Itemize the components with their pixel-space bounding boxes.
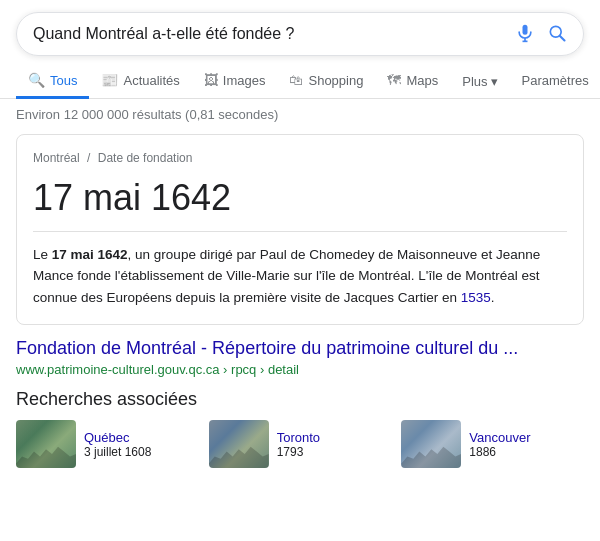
tab-maps[interactable]: 🗺 Maps bbox=[375, 64, 450, 99]
year-link[interactable]: 1535 bbox=[461, 290, 491, 305]
tab-shopping[interactable]: 🛍 Shopping bbox=[277, 64, 375, 99]
parametres-label: Paramètres bbox=[522, 73, 589, 88]
tab-images[interactable]: 🖼 Images bbox=[192, 64, 278, 99]
related-name-vancouver: Vancouver bbox=[469, 430, 530, 445]
images-tab-icon: 🖼 bbox=[204, 72, 218, 88]
related-item-vancouver[interactable]: Vancouver 1886 bbox=[401, 420, 584, 468]
related-date-toronto: 1793 bbox=[277, 445, 320, 459]
shopping-tab-icon: 🛍 bbox=[289, 72, 303, 88]
tab-more[interactable]: Plus ▾ bbox=[450, 66, 509, 97]
result-count: Environ 12 000 000 résultats (0,81 secon… bbox=[0, 99, 600, 130]
svg-rect-0 bbox=[523, 24, 528, 34]
founding-date: 17 mai 1642 bbox=[33, 173, 567, 219]
news-tab-icon: 📰 bbox=[101, 72, 118, 88]
related-item-quebec[interactable]: Québec 3 juillet 1608 bbox=[16, 420, 199, 468]
related-grid: Québec 3 juillet 1608 Toronto 1793 Vanco… bbox=[16, 420, 584, 468]
breadcrumb-separator: / bbox=[87, 151, 90, 165]
tab-actualites-label: Actualités bbox=[123, 73, 179, 88]
breadcrumb-city: Montréal bbox=[33, 151, 80, 165]
tab-tous-label: Tous bbox=[50, 73, 77, 88]
related-info-toronto: Toronto 1793 bbox=[277, 430, 320, 459]
toronto-thumbnail bbox=[209, 420, 269, 468]
breadcrumb-topic: Date de fondation bbox=[98, 151, 193, 165]
related-thumb-quebec bbox=[16, 420, 76, 468]
chevron-down-icon: ▾ bbox=[491, 74, 498, 89]
related-date-quebec: 3 juillet 1608 bbox=[84, 445, 151, 459]
knowledge-card: Montréal / Date de fondation 17 mai 1642… bbox=[16, 134, 584, 325]
related-item-toronto[interactable]: Toronto 1793 bbox=[209, 420, 392, 468]
search-bar bbox=[16, 12, 584, 56]
svg-line-4 bbox=[560, 35, 565, 40]
related-thumb-vancouver bbox=[401, 420, 461, 468]
microphone-icon[interactable] bbox=[515, 23, 535, 46]
knowledge-description: Le 17 mai 1642, un groupe dirigé par Pau… bbox=[33, 231, 567, 308]
related-info-quebec: Québec 3 juillet 1608 bbox=[84, 430, 151, 459]
tab-tous[interactable]: 🔍 Tous bbox=[16, 64, 89, 99]
related-info-vancouver: Vancouver 1886 bbox=[469, 430, 530, 459]
search-input[interactable] bbox=[33, 25, 515, 43]
breadcrumb: Montréal / Date de fondation bbox=[33, 151, 567, 165]
result-link-section: Fondation de Montréal - Répertoire du pa… bbox=[16, 337, 584, 377]
tab-parametres[interactable]: Paramètres bbox=[510, 65, 600, 99]
search-icon[interactable] bbox=[547, 23, 567, 46]
tab-maps-label: Maps bbox=[406, 73, 438, 88]
search-tab-icon: 🔍 bbox=[28, 72, 45, 88]
tab-shopping-label: Shopping bbox=[308, 73, 363, 88]
related-searches-section: Recherches associées Québec 3 juillet 16… bbox=[16, 389, 584, 468]
more-label: Plus bbox=[462, 74, 487, 89]
vancouver-thumbnail bbox=[401, 420, 461, 468]
tab-images-label: Images bbox=[223, 73, 266, 88]
search-bar-wrapper bbox=[0, 0, 600, 56]
related-title: Recherches associées bbox=[16, 389, 584, 410]
related-name-toronto: Toronto bbox=[277, 430, 320, 445]
maps-tab-icon: 🗺 bbox=[387, 72, 401, 88]
related-date-vancouver: 1886 bbox=[469, 445, 530, 459]
tab-actualites[interactable]: 📰 Actualités bbox=[89, 64, 191, 99]
related-name-quebec: Québec bbox=[84, 430, 151, 445]
result-url: www.patrimoine-culturel.gouv.qc.ca › rpc… bbox=[16, 362, 584, 377]
result-title[interactable]: Fondation de Montréal - Répertoire du pa… bbox=[16, 337, 584, 360]
search-icons bbox=[515, 23, 567, 46]
nav-tabs: 🔍 Tous 📰 Actualités 🖼 Images 🛍 Shopping … bbox=[0, 56, 600, 99]
quebec-thumbnail bbox=[16, 420, 76, 468]
related-thumb-toronto bbox=[209, 420, 269, 468]
